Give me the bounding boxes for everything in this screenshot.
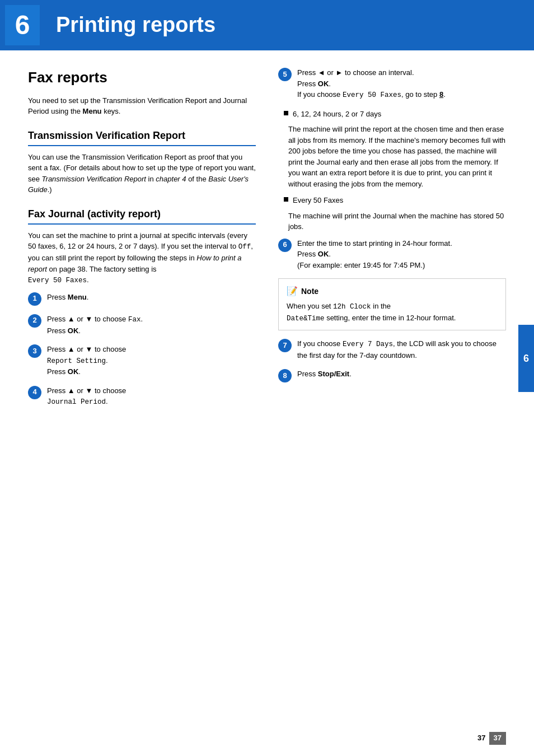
step-7: 7 If you choose Every 7 Days, the LCD wi… [278, 338, 506, 361]
note-header: 📝 Note [287, 284, 498, 297]
step-4: 4 Press ▲ or ▼ to chooseJournal Period. [28, 385, 256, 408]
main-content: Fax reports You need to set up the Trans… [0, 67, 534, 416]
journal-title: Fax Journal (activity report) [28, 207, 256, 225]
bullet-label-2: Every 50 Faxes [293, 195, 506, 206]
bullet-square-1 [284, 111, 288, 115]
note-title: Note [301, 286, 318, 297]
chapter-num-text: 6 [15, 6, 30, 45]
bullet-label-1: 6, 12, 24 hours, 2 or 7 days [293, 109, 506, 120]
step-2: 2 Press ▲ or ▼ to choose Fax.Press OK. [28, 314, 256, 336]
step-circle-1: 1 [28, 292, 41, 306]
left-column: Fax reports You need to set up the Trans… [28, 67, 256, 416]
bullet-item-1: 6, 12, 24 hours, 2 or 7 days [284, 109, 506, 120]
note-box: 📝 Note When you set 12h Clock in the Dat… [278, 278, 506, 330]
page-header: 6 Printing reports [0, 0, 534, 50]
step-6: 6 Enter the time to start printing in 24… [278, 238, 506, 271]
footer-page-number: 37 [494, 734, 502, 742]
step-8-content: Press Stop/Exit. [297, 368, 506, 380]
fax-reports-title: Fax reports [28, 67, 256, 88]
step-5: 5 Press ◄ or ► to choose an interval. Pr… [278, 67, 506, 101]
step-circle-8: 8 [278, 369, 292, 382]
bullet-square-2 [284, 197, 288, 202]
step-6-content: Enter the time to start printing in 24-h… [297, 238, 506, 271]
chapter-number: 6 [5, 5, 40, 45]
right-column: 5 Press ◄ or ► to choose an interval. Pr… [278, 67, 506, 416]
step-circle-6: 6 [278, 239, 292, 252]
tvr-title: Transmission Verification Report [28, 128, 256, 146]
step-8: 8 Press Stop/Exit. [278, 368, 506, 382]
step-4-content: Press ▲ or ▼ to chooseJournal Period. [47, 385, 256, 408]
step-2-content: Press ▲ or ▼ to choose Fax.Press OK. [47, 314, 256, 336]
step-3: 3 Press ▲ or ▼ to chooseReport Setting.P… [28, 344, 256, 377]
journal-body: You can set the machine to print a journ… [28, 230, 256, 286]
page-footer: 37 37 [477, 732, 506, 745]
step-circle-3: 3 [28, 344, 41, 358]
step-circle-5: 5 [278, 68, 292, 81]
page-number: 37 [477, 733, 485, 744]
step-1-content: Press Menu. [47, 292, 256, 303]
step-circle-4: 4 [28, 386, 41, 399]
step-circle-2: 2 [28, 314, 41, 328]
step-circle-7: 7 [278, 339, 292, 352]
chapter-title: Printing reports [56, 10, 216, 40]
tvr-body: You can use the Transmission Verificatio… [28, 152, 256, 195]
step-1: 1 Press Menu. [28, 292, 256, 306]
fax-reports-intro: You need to set up the Transmission Veri… [28, 95, 256, 117]
step-3-content: Press ▲ or ▼ to chooseReport Setting.Pre… [47, 344, 256, 377]
note-body: When you set 12h Clock in the Date&Time … [287, 301, 498, 324]
bullet-item-2: Every 50 Faxes [284, 195, 506, 206]
chapter-number-box: 6 [0, 0, 45, 50]
chapter-tab-number: 6 [523, 351, 529, 366]
bullet-detail-2: The machine will print the Journal when … [288, 211, 506, 232]
bullet-detail-1: The machine will print the report at the… [288, 124, 506, 189]
note-icon: 📝 [287, 284, 298, 297]
chapter-tab: 6 [518, 325, 534, 392]
footer-box: 37 [489, 732, 506, 745]
step-5-content: Press ◄ or ► to choose an interval. Pres… [297, 67, 506, 101]
step-7-content: If you choose Every 7 Days, the LCD will… [297, 338, 506, 361]
